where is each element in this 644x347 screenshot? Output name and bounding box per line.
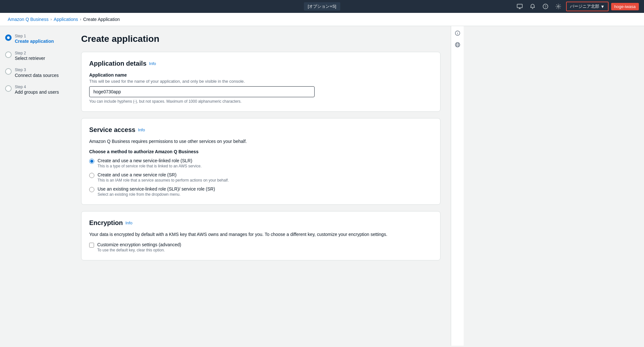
method-label: Choose a method to authorize Amazon Q Bu…: [89, 149, 432, 154]
page-title: Create application: [81, 34, 440, 44]
top-navigation: [オプション+S] ?: [0, 0, 644, 13]
radio-existing-sublabel: Select an existing role from the dropdow…: [98, 192, 215, 197]
step-number-4: Step 4: [15, 85, 59, 89]
help-icon[interactable]: ?: [540, 1, 551, 12]
step-circle-3: [5, 68, 12, 75]
steps-sidebar: Step 1Create applicationStep 2Select ret…: [0, 26, 71, 346]
step-labels-1: Step 1Create application: [15, 34, 54, 44]
encryption-header: Encryption Info: [89, 219, 432, 227]
application-details-card: Application details Info Application nam…: [81, 52, 440, 112]
step-item-3: Step 3Connect data sources: [5, 68, 66, 78]
svg-rect-0: [517, 4, 522, 8]
service-access-card: Service access Info Amazon Q Business re…: [81, 118, 440, 205]
radio-slr-label[interactable]: Create and use a new service-linked role…: [98, 158, 192, 163]
step-number-3: Step 3: [15, 68, 59, 72]
radio-existing-content: Use an existing service-linked role (SLR…: [98, 186, 215, 197]
breadcrumb-root-link[interactable]: Amazon Q Business: [8, 17, 49, 22]
radio-existing-input[interactable]: [89, 187, 94, 192]
application-name-input[interactable]: [89, 86, 315, 97]
step-circle-2: [5, 52, 12, 58]
encryption-description: Your data is encrypted by default with a…: [89, 232, 432, 237]
radio-item-sr: Create and use a new service role (SR) T…: [89, 172, 432, 183]
breadcrumb-sep-1: ›: [51, 17, 52, 22]
radio-slr-input[interactable]: [89, 159, 94, 164]
settings-icon[interactable]: [553, 1, 564, 12]
step-number-2: Step 2: [15, 51, 45, 55]
main-content: Create application Application details I…: [71, 26, 451, 346]
encryption-checkbox-item: Customize encryption settings (advanced)…: [89, 242, 432, 252]
main-layout: Step 1Create applicationStep 2Select ret…: [0, 26, 644, 346]
globe-side-icon[interactable]: [453, 40, 462, 49]
bell-icon[interactable]: [527, 1, 538, 12]
radio-sr-sublabel: This is an IAM role that a service assum…: [98, 178, 229, 183]
step-labels-4: Step 4Add groups and users: [15, 85, 59, 95]
service-access-description: Amazon Q Business requires permissions t…: [89, 139, 432, 144]
radio-sr-content: Create and use a new service role (SR) T…: [98, 172, 229, 183]
user-menu-button[interactable]: hoge-iwasa: [611, 3, 639, 10]
radio-sr-input[interactable]: [89, 173, 94, 178]
step-item-4: Step 4Add groups and users: [5, 85, 66, 95]
keyboard-shortcut-label: [オプション+S]: [304, 2, 340, 11]
steps-list: Step 1Create applicationStep 2Select ret…: [5, 34, 66, 95]
step-name-1[interactable]: Create application: [15, 38, 54, 44]
step-number-1: Step 1: [15, 34, 54, 38]
step-item-2: Step 2Select retriever: [5, 51, 66, 61]
breadcrumb-current: Create Application: [83, 17, 120, 22]
app-name-label: Application name: [89, 72, 432, 78]
encryption-title: Encryption: [89, 219, 123, 227]
service-access-title: Service access: [89, 126, 135, 134]
svg-text:i: i: [457, 32, 458, 35]
service-access-info-link[interactable]: Info: [138, 127, 145, 132]
radio-sr-label[interactable]: Create and use a new service role (SR): [98, 172, 176, 177]
encryption-checkbox-content: Customize encryption settings (advanced)…: [97, 242, 181, 252]
step-name-3: Connect data sources: [15, 72, 59, 78]
step-circle-1: [5, 34, 12, 41]
svg-text:?: ?: [545, 5, 546, 9]
app-details-title: Application details: [89, 60, 147, 67]
step-labels-3: Step 3Connect data sources: [15, 68, 59, 78]
step-labels-2: Step 2Select retriever: [15, 51, 45, 61]
breadcrumb-applications-link[interactable]: Applications: [54, 17, 78, 22]
radio-item-slr: Create and use a new service-linked role…: [89, 158, 432, 168]
encryption-checkbox-sublabel: To use the default key, clear this optio…: [97, 248, 181, 252]
step-name-2: Select retriever: [15, 55, 45, 61]
breadcrumb-sep-2: ›: [80, 17, 81, 22]
app-details-header: Application details Info: [89, 60, 432, 67]
step-circle-4: [5, 85, 12, 92]
step-name-4: Add groups and users: [15, 89, 59, 95]
encryption-card: Encryption Info Your data is encrypted b…: [81, 211, 440, 260]
nav-right-group: ? バージニア北部 ▼ hoge-iwasa: [515, 1, 639, 12]
radio-existing-label[interactable]: Use an existing service-linked role (SLR…: [98, 186, 215, 192]
step-item-1: Step 1Create application: [5, 34, 66, 44]
right-side-panel: i: [451, 26, 464, 346]
app-details-info-link[interactable]: Info: [149, 61, 156, 66]
encryption-checkbox-label[interactable]: Customize encryption settings (advanced): [97, 242, 181, 247]
app-name-note: You can include hyphens (-), but not spa…: [89, 99, 432, 104]
customize-encryption-checkbox[interactable]: [89, 243, 94, 248]
service-access-radio-group: Create and use a new service-linked role…: [89, 158, 432, 197]
encryption-info-link[interactable]: Info: [125, 220, 132, 225]
radio-slr-sublabel: This is a type of service role that is l…: [98, 164, 202, 168]
breadcrumb: Amazon Q Business › Applications › Creat…: [0, 13, 644, 26]
service-access-header: Service access Info: [89, 126, 432, 134]
screen-icon[interactable]: [515, 1, 525, 12]
info-side-icon[interactable]: i: [453, 29, 462, 38]
app-name-hint: This will be used for the name of your a…: [89, 79, 432, 84]
radio-slr-content: Create and use a new service-linked role…: [98, 158, 202, 168]
svg-point-5: [557, 6, 559, 7]
region-selector[interactable]: バージニア北部 ▼: [566, 2, 609, 11]
radio-item-existing: Use an existing service-linked role (SLR…: [89, 186, 432, 197]
